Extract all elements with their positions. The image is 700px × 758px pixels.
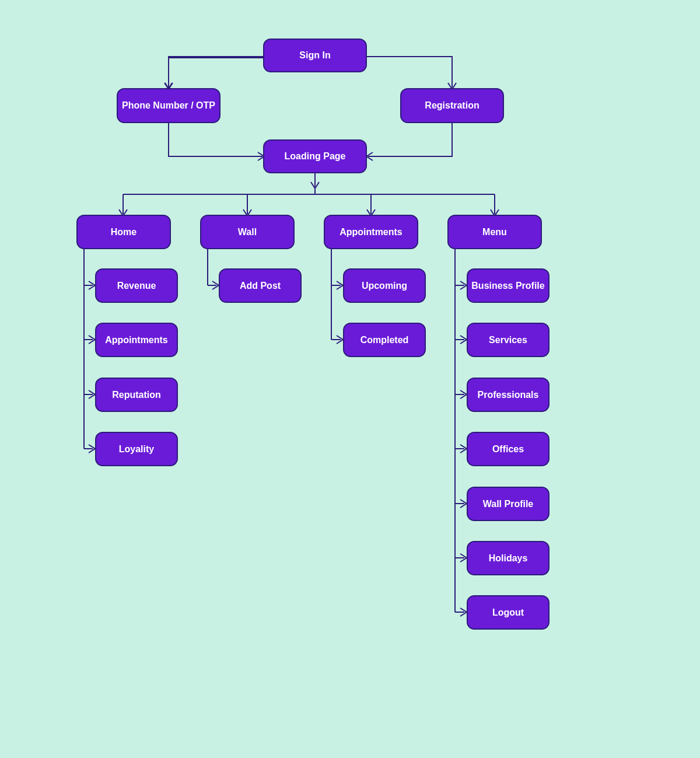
node-wall: Wall (201, 215, 294, 249)
node-wall-profile-label: Wall Profile (483, 499, 534, 509)
node-add-post-label: Add Post (240, 281, 281, 291)
node-holidays: Holidays (467, 542, 549, 575)
node-services-label: Services (489, 335, 527, 345)
node-loyality: Loyality (96, 432, 177, 466)
node-loyality-label: Loyality (119, 444, 155, 454)
node-menu-label: Menu (482, 227, 507, 237)
node-revenue-label: Revenue (117, 281, 156, 291)
node-logout: Logout (467, 596, 549, 629)
node-reputation: Reputation (96, 378, 177, 411)
node-phone-otp: Phone Number / OTP (117, 89, 220, 123)
node-wall-profile: Wall Profile (467, 487, 549, 521)
node-completed-label: Completed (360, 335, 409, 345)
flowchart-diagram: Sign In Phone Number / OTP Registration … (0, 0, 700, 758)
node-appointments-home-label: Appointments (105, 335, 168, 345)
node-upcoming: Upcoming (344, 269, 425, 302)
node-home: Home (77, 215, 170, 249)
node-sign-in: Sign In (264, 39, 366, 72)
node-home-label: Home (111, 227, 137, 237)
node-business-profile-label: Business Profile (471, 281, 544, 291)
node-reputation-label: Reputation (112, 390, 161, 400)
node-professionals: Professionals (467, 378, 549, 411)
node-professionals-label: Professionals (478, 390, 539, 400)
node-loading-page: Loading Page (264, 140, 366, 173)
node-registration-label: Registration (425, 100, 479, 110)
node-add-post: Add Post (219, 269, 301, 302)
node-appointments-tab-label: Appointments (340, 227, 402, 237)
node-appointments-tab: Appointments (324, 215, 418, 249)
node-menu: Menu (448, 215, 541, 249)
node-appointments-home: Appointments (96, 323, 177, 357)
node-holidays-label: Holidays (489, 553, 528, 563)
node-revenue: Revenue (96, 269, 177, 302)
node-offices-label: Offices (492, 444, 524, 454)
node-sign-in-label: Sign In (299, 50, 330, 60)
node-loading-page-label: Loading Page (285, 151, 346, 161)
node-offices: Offices (467, 432, 549, 466)
node-completed: Completed (344, 323, 425, 357)
node-business-profile: Business Profile (467, 269, 549, 302)
node-wall-label: Wall (238, 227, 257, 237)
node-logout-label: Logout (492, 607, 524, 617)
node-phone-otp-label: Phone Number / OTP (122, 100, 215, 110)
node-registration: Registration (401, 89, 503, 123)
node-upcoming-label: Upcoming (362, 281, 407, 291)
node-services: Services (467, 323, 549, 357)
